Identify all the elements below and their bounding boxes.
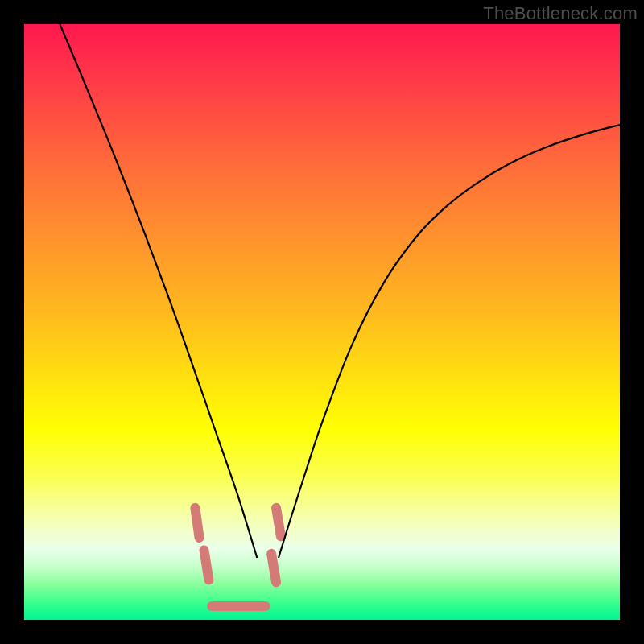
chart-frame: TheBottleneck.com bbox=[0, 0, 644, 644]
curve-right-branch bbox=[279, 125, 620, 558]
curve-group bbox=[60, 24, 620, 558]
connector-group bbox=[195, 508, 281, 583]
connector-pill-left-outer bbox=[195, 508, 199, 538]
curve-svg bbox=[24, 24, 620, 620]
plot-area bbox=[24, 24, 620, 620]
connector-pill-right-upper bbox=[276, 508, 281, 537]
watermark-text: TheBottleneck.com bbox=[483, 3, 638, 24]
connector-pill-right-lower bbox=[271, 554, 276, 583]
curve-left-branch bbox=[60, 24, 257, 558]
connector-pill-left-inner bbox=[204, 550, 208, 580]
